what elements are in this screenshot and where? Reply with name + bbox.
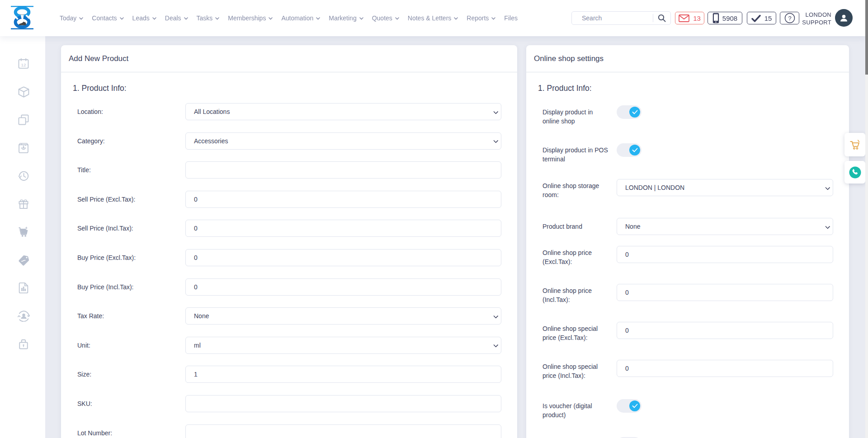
svg-text:12: 12 — [21, 62, 26, 67]
